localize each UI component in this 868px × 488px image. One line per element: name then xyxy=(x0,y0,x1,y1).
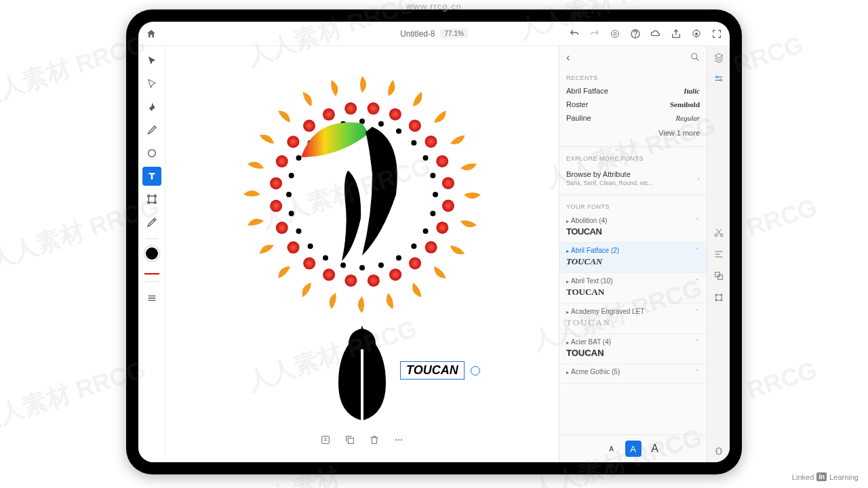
svg-point-17 xyxy=(442,177,454,189)
properties-rail-icon[interactable] xyxy=(713,73,725,85)
text-content: TOUCAN xyxy=(406,363,458,377)
more-tools-icon[interactable] xyxy=(142,289,161,308)
svg-point-47 xyxy=(287,136,299,148)
left-toolbar xyxy=(138,46,165,462)
cut-rail-icon[interactable] xyxy=(713,226,725,239)
svg-rect-56 xyxy=(348,438,353,443)
svg-point-57 xyxy=(395,439,397,441)
svg-point-16 xyxy=(423,155,429,161)
settings-icon[interactable] xyxy=(690,28,703,40)
svg-point-68 xyxy=(715,294,717,296)
svg-point-60 xyxy=(692,54,697,59)
browse-by-attribute[interactable]: Browse by Attribute Sans, Serif, Clean, … xyxy=(559,165,707,192)
topbar: Untitled-8 77.1% xyxy=(138,22,730,46)
select-tool-icon[interactable] xyxy=(142,52,161,70)
svg-point-62 xyxy=(719,79,722,81)
svg-point-30 xyxy=(378,262,384,268)
recent-font-row[interactable]: PaulineRegular xyxy=(559,111,707,125)
type-tool-icon[interactable] xyxy=(142,167,161,186)
precision-icon[interactable] xyxy=(609,28,621,40)
font-list-item[interactable]: ⌃Acme Gothic (5) xyxy=(559,364,707,384)
recent-font-row[interactable]: Abril FatfaceItalic xyxy=(559,84,707,98)
svg-point-43 xyxy=(270,177,282,189)
svg-point-21 xyxy=(436,222,448,234)
direct-select-tool-icon[interactable] xyxy=(142,75,161,94)
svg-point-51 xyxy=(323,108,335,121)
pathfinder-rail-icon[interactable] xyxy=(713,270,725,282)
size-large[interactable]: A xyxy=(647,441,663,457)
svg-point-4 xyxy=(695,33,698,35)
delete-icon[interactable] xyxy=(368,434,380,446)
svg-point-44 xyxy=(286,192,292,197)
cloud-sync-icon[interactable] xyxy=(650,28,662,40)
layers-rail-icon[interactable] xyxy=(713,52,725,64)
home-icon[interactable] xyxy=(145,28,157,40)
recent-font-row[interactable]: RosterSemibold xyxy=(559,98,707,111)
more-options-icon[interactable] xyxy=(393,434,405,446)
svg-point-31 xyxy=(344,274,357,287)
svg-point-53 xyxy=(344,102,357,115)
canvas[interactable]: TOUCAN xyxy=(165,46,559,462)
chevron-icon: ⌃ xyxy=(694,217,700,224)
size-small[interactable]: A xyxy=(604,441,620,457)
ipad-frame: Untitled-8 77.1% xyxy=(126,9,742,474)
help-icon[interactable] xyxy=(629,28,642,40)
svg-point-39 xyxy=(276,222,288,234)
artwork: TOUCAN xyxy=(226,71,498,437)
duplicate-icon[interactable] xyxy=(344,434,356,446)
svg-point-15 xyxy=(436,155,448,167)
search-icon[interactable] xyxy=(690,52,700,63)
chevron-icon: ⌃ xyxy=(694,338,700,346)
fill-color-swatch[interactable] xyxy=(144,246,159,261)
edit-text-icon[interactable] xyxy=(319,434,332,446)
view-more-link[interactable]: View 1 more xyxy=(559,125,707,144)
undo-icon[interactable] xyxy=(568,28,580,40)
svg-rect-55 xyxy=(322,436,330,444)
svg-rect-67 xyxy=(716,295,722,300)
font-list-item[interactable]: ⌃Abolition (4)TOUCAN xyxy=(559,213,707,243)
svg-point-0 xyxy=(612,30,619,37)
font-list-item[interactable]: ⌃Acier BAT (4)TOUCAN xyxy=(559,334,707,364)
font-search-input[interactable] xyxy=(575,54,685,62)
svg-point-61 xyxy=(716,76,718,78)
redo-icon[interactable] xyxy=(589,28,601,40)
text-object[interactable]: TOUCAN xyxy=(400,361,465,380)
pen-tool-icon[interactable] xyxy=(142,98,161,117)
svg-point-24 xyxy=(423,228,429,234)
svg-point-33 xyxy=(323,268,335,281)
chevron-icon: ⌃ xyxy=(694,277,700,285)
svg-rect-65 xyxy=(715,272,719,277)
svg-point-58 xyxy=(398,439,399,441)
svg-point-27 xyxy=(389,268,401,281)
svg-point-29 xyxy=(368,274,380,287)
svg-point-45 xyxy=(276,155,288,167)
artboard-tool-icon[interactable] xyxy=(142,190,161,209)
svg-point-36 xyxy=(323,256,328,261)
stroke-color-swatch[interactable] xyxy=(144,273,159,274)
svg-point-10 xyxy=(378,121,384,127)
chevron-right-icon: › xyxy=(697,174,700,182)
font-list-item[interactable]: ⌃Academy Engraved LETTOUCAN xyxy=(559,304,707,334)
svg-point-5 xyxy=(148,150,155,157)
zoom-level[interactable]: 77.1% xyxy=(441,28,468,39)
panel-back-icon[interactable]: ‹ xyxy=(566,52,570,64)
brush-tool-icon[interactable] xyxy=(142,121,161,140)
svg-point-1 xyxy=(614,33,616,35)
svg-point-40 xyxy=(296,228,301,234)
svg-point-41 xyxy=(270,200,282,212)
bug-rail-icon[interactable] xyxy=(713,445,725,457)
transform-rail-icon[interactable] xyxy=(713,291,725,304)
share-icon[interactable] xyxy=(670,28,682,40)
svg-point-28 xyxy=(396,256,401,261)
font-list-item[interactable]: ⌃Abril Fatface (2)TOUCAN xyxy=(559,243,707,273)
shape-tool-icon[interactable] xyxy=(142,144,161,163)
svg-point-9 xyxy=(389,108,401,121)
fullscreen-icon[interactable] xyxy=(711,28,723,40)
align-rail-icon[interactable] xyxy=(713,248,725,260)
url-watermark: www.rrcg.cn xyxy=(406,1,462,12)
preview-size-bar: A A A xyxy=(559,434,707,462)
text-resize-handle[interactable] xyxy=(471,366,480,375)
eyedropper-tool-icon[interactable] xyxy=(142,213,161,232)
size-medium[interactable]: A xyxy=(625,441,642,457)
font-list-item[interactable]: ⌃Abril Text (10)TOUCAN xyxy=(559,273,707,304)
